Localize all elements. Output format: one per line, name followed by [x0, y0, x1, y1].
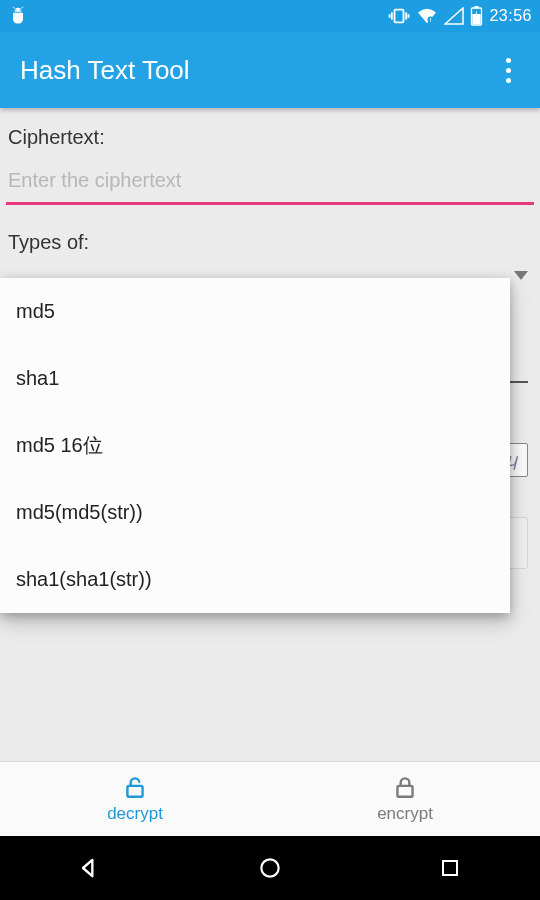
dropdown-item-label: md5 16位	[16, 432, 103, 459]
dropdown-item-md5[interactable]: md5	[0, 278, 510, 345]
dropdown-item-label: sha1	[16, 367, 59, 390]
nav-home-icon	[257, 855, 283, 881]
types-dropdown-popup: md5 sha1 md5 16位 md5(md5(str)) sha1(sha1…	[0, 278, 510, 613]
svg-rect-15	[397, 786, 412, 797]
wifi-icon: !	[416, 7, 438, 25]
ciphertext-label: Ciphertext:	[6, 126, 534, 149]
dropdown-item-label: md5	[16, 300, 55, 323]
nav-back-button[interactable]	[60, 848, 120, 888]
svg-rect-17	[443, 861, 457, 875]
nav-recent-button[interactable]	[420, 848, 480, 888]
svg-rect-12	[475, 6, 479, 9]
cell-signal-icon	[444, 7, 464, 25]
unlock-icon	[122, 774, 148, 800]
svg-point-1	[19, 9, 20, 10]
android-nav-bar	[0, 836, 540, 900]
lock-icon	[392, 774, 418, 800]
nav-home-button[interactable]	[240, 848, 300, 888]
svg-line-3	[21, 7, 23, 9]
app-bar: Hash Text Tool	[0, 32, 540, 108]
overflow-menu-button[interactable]	[496, 50, 520, 90]
types-label: Types of:	[6, 231, 534, 254]
svg-rect-14	[127, 786, 142, 797]
status-bar-right: ! 23:56	[388, 6, 532, 26]
svg-text:!: !	[430, 17, 432, 23]
bottom-tab-bar: decrypt encrypt	[0, 761, 540, 836]
tab-decrypt-label: decrypt	[107, 804, 163, 824]
dropdown-item-sha1-sha1[interactable]: sha1(sha1(str))	[0, 546, 510, 613]
dropdown-item-sha1[interactable]: sha1	[0, 345, 510, 412]
ciphertext-input[interactable]	[6, 163, 534, 202]
svg-rect-4	[395, 10, 404, 23]
svg-point-16	[261, 859, 278, 876]
input-underline	[6, 202, 534, 205]
svg-point-0	[15, 9, 16, 10]
tab-encrypt[interactable]: encrypt	[270, 762, 540, 836]
types-dropdown-chevron[interactable]	[514, 271, 528, 280]
vibrate-icon	[388, 7, 410, 25]
app-title: Hash Text Tool	[20, 55, 190, 86]
chevron-down-icon	[514, 271, 528, 280]
main-content: Ciphertext: Types of: ɥ	[0, 108, 540, 254]
dropdown-item-label: md5(md5(str))	[16, 501, 143, 524]
ciphertext-input-wrap	[6, 163, 534, 205]
battery-charging-icon	[470, 6, 483, 26]
dropdown-item-md5-16[interactable]: md5 16位	[0, 412, 510, 479]
tab-decrypt[interactable]: decrypt	[0, 762, 270, 836]
status-bar: ! 23:56	[0, 0, 540, 32]
nav-back-icon	[76, 854, 104, 882]
status-time: 23:56	[489, 7, 532, 25]
dropdown-item-label: sha1(sha1(str))	[16, 568, 152, 591]
types-area: Types of: ɥ	[6, 231, 534, 254]
nav-recent-icon	[438, 856, 462, 880]
dropdown-item-md5-md5[interactable]: md5(md5(str))	[0, 479, 510, 546]
status-bar-left	[8, 6, 28, 26]
svg-line-2	[13, 7, 15, 9]
android-debug-icon	[8, 6, 28, 26]
tab-encrypt-label: encrypt	[377, 804, 433, 824]
